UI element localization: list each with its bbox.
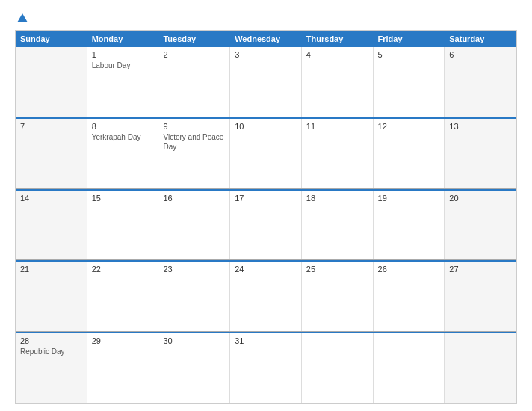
cal-cell: 9Victory and Peace Day [158, 119, 230, 188]
day-number: 26 [378, 265, 440, 274]
cal-cell: 30 [158, 333, 230, 403]
calendar-week-1: 1Labour Day23456 [16, 47, 516, 117]
day-number: 4 [306, 50, 368, 59]
day-number: 8 [92, 122, 154, 131]
day-number: 27 [449, 265, 512, 274]
cal-cell: 20 [445, 191, 516, 260]
calendar-body: 1Labour Day2345678Yerkrapah Day9Victory … [16, 47, 516, 403]
cal-cell: 25 [302, 262, 374, 331]
day-number: 14 [20, 194, 82, 203]
day-number: 7 [20, 122, 82, 131]
cal-cell: 21 [16, 262, 87, 331]
logo [15, 13, 28, 22]
day-number: 23 [163, 265, 225, 274]
day-number: 20 [449, 194, 512, 203]
cal-cell: 18 [302, 191, 374, 260]
cal-cell [16, 47, 87, 117]
cal-cell: 6 [445, 47, 516, 117]
header-day-friday: Friday [374, 31, 445, 47]
calendar-week-3: 14151617181920 [16, 189, 516, 261]
day-number: 30 [163, 336, 225, 345]
cal-cell: 8Yerkrapah Day [87, 119, 159, 188]
day-number: 2 [163, 50, 225, 59]
header-day-sunday: Sunday [16, 31, 87, 47]
calendar-week-2: 78Yerkrapah Day9Victory and Peace Day101… [16, 117, 516, 189]
cal-cell: 4 [302, 47, 374, 117]
day-number: 3 [235, 50, 297, 59]
cal-cell: 16 [158, 191, 230, 260]
cal-cell: 29 [87, 333, 159, 403]
day-number: 5 [378, 50, 440, 59]
cal-cell: 12 [374, 119, 445, 188]
cal-cell: 24 [230, 262, 302, 331]
calendar-week-5: 28Republic Day293031 [16, 332, 516, 403]
cal-cell [445, 333, 516, 403]
holiday-label: Victory and Peace Day [163, 133, 223, 151]
cal-cell: 17 [230, 191, 302, 260]
cal-cell: 22 [87, 262, 159, 331]
day-number: 12 [378, 122, 440, 131]
day-number: 19 [378, 194, 440, 203]
day-number: 29 [92, 336, 154, 345]
cal-cell: 19 [374, 191, 445, 260]
day-number: 28 [20, 336, 82, 345]
day-number: 6 [449, 50, 512, 59]
cal-cell: 5 [374, 47, 445, 117]
day-number: 22 [92, 265, 154, 274]
page: SundayMondayTuesdayWednesdayThursdayFrid… [0, 0, 532, 411]
cal-cell [302, 333, 374, 403]
cal-cell: 23 [158, 262, 230, 331]
day-number: 25 [306, 265, 368, 274]
calendar: SundayMondayTuesdayWednesdayThursdayFrid… [15, 30, 517, 404]
cal-cell: 31 [230, 333, 302, 403]
day-number: 15 [92, 194, 154, 203]
day-number: 18 [306, 194, 368, 203]
day-number: 1 [92, 50, 154, 59]
header-day-thursday: Thursday [302, 31, 374, 47]
holiday-label: Labour Day [92, 61, 131, 69]
header-day-saturday: Saturday [445, 31, 516, 47]
cal-cell: 26 [374, 262, 445, 331]
cal-cell: 10 [230, 119, 302, 188]
cal-cell: 3 [230, 47, 302, 117]
header [15, 13, 517, 22]
cal-cell: 2 [158, 47, 230, 117]
cal-cell: 14 [16, 191, 87, 260]
cal-cell: 15 [87, 191, 159, 260]
logo-triangle-icon [17, 13, 28, 22]
cal-cell: 11 [302, 119, 374, 188]
cal-cell [374, 333, 445, 403]
day-number: 13 [449, 122, 512, 131]
day-number: 21 [20, 265, 82, 274]
cal-cell: 1Labour Day [87, 47, 159, 117]
calendar-week-4: 21222324252627 [16, 260, 516, 332]
cal-cell: 7 [16, 119, 87, 188]
cal-cell: 27 [445, 262, 516, 331]
cal-cell: 28Republic Day [16, 333, 87, 403]
day-number: 11 [306, 122, 368, 131]
day-number: 10 [235, 122, 297, 131]
header-day-tuesday: Tuesday [158, 31, 230, 47]
holiday-label: Republic Day [20, 347, 64, 356]
day-number: 31 [235, 336, 297, 345]
day-number: 9 [163, 122, 225, 131]
day-number: 17 [235, 194, 297, 203]
day-number: 24 [235, 265, 297, 274]
header-day-wednesday: Wednesday [230, 31, 302, 47]
holiday-label: Yerkrapah Day [92, 133, 141, 141]
logo-blue-text [15, 13, 28, 22]
calendar-header: SundayMondayTuesdayWednesdayThursdayFrid… [16, 31, 516, 47]
cal-cell: 13 [445, 119, 516, 188]
header-day-monday: Monday [87, 31, 159, 47]
day-number: 16 [163, 194, 225, 203]
